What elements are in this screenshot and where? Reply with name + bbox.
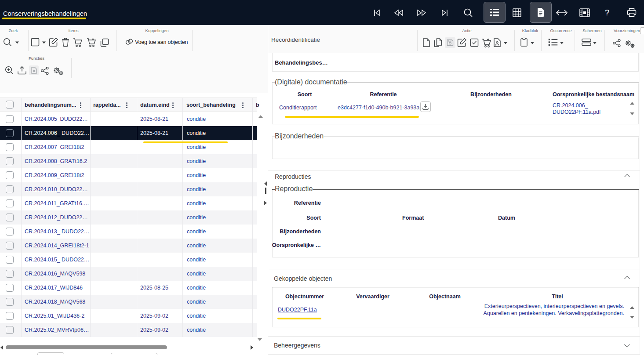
tool-cart-add[interactable] [87,38,96,47]
label-functies: Functies [29,56,44,61]
doc-filename: CR.2024.006_DUDO22PF.11a.pdf [553,102,601,116]
label-actie: Actie [462,28,471,33]
tool-copy[interactable] [100,38,109,47]
tool-edit[interactable] [49,38,58,47]
tool-delete[interactable] [62,38,69,47]
row-1[interactable]: CR.2024.005_DUDO22…2025-08-21conditie [0,112,257,126]
klad-clip[interactable] [520,38,528,47]
nav-print[interactable] [622,0,641,25]
conserveringsbehandelingen-page: Conserveringsbehandelingen [0,0,644,355]
chev-gekoppelde[interactable] [624,276,630,282]
section-gekoppelde: Gekoppelde objecten [274,275,332,282]
top-bar: Conserveringsbehandelingen [0,0,644,25]
section-beheer: Beheergegevens [274,342,320,349]
doc-ref: e3dc4277-f1d0-490b-b921-3a93a [338,105,420,111]
act-copy[interactable] [433,38,442,47]
gek-titel: Exterieurperspectieven, interieurperspec… [444,303,624,317]
row-9[interactable]: CR.2024.013_ DUDO22…conditie [0,225,257,239]
label-kladblok: Kladblok [522,28,538,33]
fieldset-reproductie [272,190,639,257]
row-5[interactable]: CR.2024.009_GREI18t2conditie [0,168,257,182]
tool-link[interactable] [125,39,134,45]
gek-underline [277,318,321,319]
results-grid: behandelingsnum... rappelda... datum.ein… [0,98,257,337]
act-check[interactable] [470,38,479,47]
chev-reproducties[interactable] [624,174,630,180]
row-13[interactable]: CR.2024.017_WIJD8462025-08-25conditie [0,281,257,295]
tool-cart[interactable] [73,38,83,47]
voor-share[interactable] [613,39,621,47]
scherm-rows[interactable] [582,39,591,46]
label-koppelingen: Koppelingen [146,28,169,33]
func-zoom[interactable] [5,66,14,75]
view-grid[interactable] [507,0,527,25]
view-detail-button[interactable] [530,2,552,23]
row-11[interactable]: CR.2024.015_ DUDO22…conditie [0,253,257,267]
view-film[interactable] [575,0,594,25]
nav-search[interactable] [458,0,478,25]
nav-first[interactable] [367,0,387,25]
act-new[interactable] [423,38,430,47]
hscroll-thumb [6,345,167,349]
doc-soort: Conditierapport [279,105,317,111]
nav-next[interactable] [412,0,431,25]
title-underline [2,18,86,19]
view-media[interactable] [552,0,571,25]
section-reproducties: Reproducties [275,173,311,180]
doc-download[interactable] [420,101,431,112]
row-2[interactable]: CR.2024.006_ DUDO22…2025-08-21conditie [0,126,257,140]
func-export [29,65,39,75]
app-title: Conserveringsbehandelingen [3,10,87,17]
tool-selectbox[interactable] [31,38,40,47]
row-10[interactable]: CR.2024.014_GREI18t2-1conditie [0,239,257,253]
selected-underline [143,141,228,143]
gek-objectnummer: DUDO22PF.11a [278,307,317,313]
record-title: Recordidentificatie [271,36,320,43]
nav-prev[interactable] [389,0,408,25]
row-15[interactable]: CR.2025.01_WIJD436-22025-09-02conditie [0,309,257,323]
row-12[interactable]: CR.2024.016_MAQV598conditie [0,267,257,281]
record-detail: Behandelingsbes… (Digitale) documentatie… [268,53,640,355]
label-voorzieningen: Voorzieningen [614,28,640,33]
label-occurrence: Occurrence [550,28,571,33]
occ-list[interactable] [549,38,558,46]
fieldset-bijzonderheden [272,137,639,159]
tool-link-label[interactable]: Voeg toe aan objecten [135,39,188,45]
act-save [445,37,455,48]
row-8[interactable]: CR.2024.012_DUDO22…conditie [0,210,257,225]
doc-underline [285,116,419,118]
view-list-button[interactable] [484,2,506,23]
row-7[interactable]: CR.2024.011_GRATt16.…conditie [0,196,257,210]
grid-header: behandelingsnum... rappelda... datum.ein… [0,98,257,112]
row-14[interactable]: CR.2024.018_MAQV568conditie [0,295,257,309]
act-cart[interactable] [482,39,491,48]
label-zoek: Zoek [8,28,18,33]
func-share[interactable] [41,67,49,75]
label-items: Items [68,28,78,33]
label-schermen: Schermen [582,28,601,33]
act-edit[interactable] [458,38,467,47]
nav-last[interactable] [435,0,454,25]
tool-search[interactable] [3,38,12,47]
func-upload[interactable] [17,66,27,75]
row-6[interactable]: CR.2024.010_DUDO22…conditie [0,182,257,196]
toolbar: Zoek Items Koppelingen Actie Kladblok Oc… [0,25,644,53]
svg-text:?: ? [605,8,610,17]
act-report[interactable] [494,38,501,47]
row-4[interactable]: CR.2024.008_GRATt16.2conditie [0,154,257,168]
pinned-button [640,27,644,34]
nav-help[interactable]: ? [597,0,617,25]
chev-beheer[interactable] [624,342,630,348]
row-16[interactable]: CR.2025.02_MVRVtp06…2025-09-02conditie [0,323,257,337]
voor-settings[interactable] [625,40,635,48]
func-settings[interactable] [53,67,64,76]
